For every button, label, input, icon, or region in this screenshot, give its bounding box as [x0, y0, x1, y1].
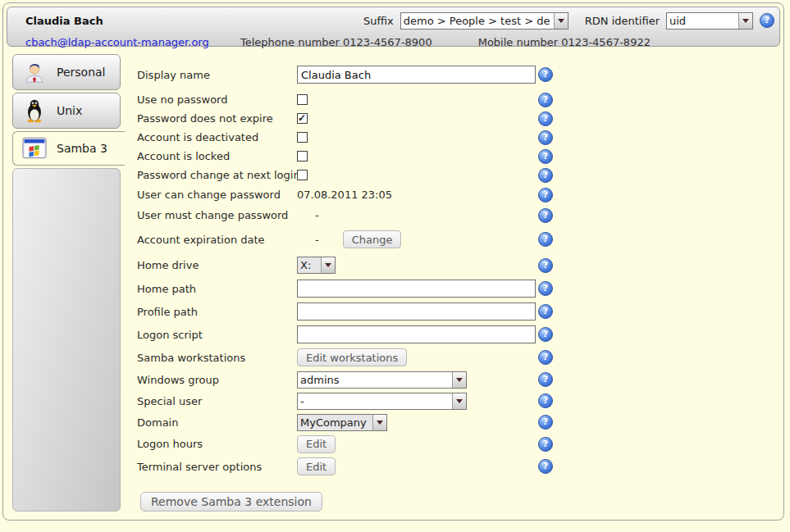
- help-icon[interactable]: ?: [538, 188, 553, 202]
- row-password-does-not-expire: Password does not expire ?: [137, 109, 572, 128]
- domain-select[interactable]: MyCompany: [297, 414, 387, 431]
- help-icon[interactable]: ?: [538, 149, 553, 164]
- row-account-expiration-date: Account expiration date - Change ?: [137, 225, 572, 253]
- select-value: MyCompany: [298, 416, 372, 429]
- sidebar-filler-panel: [12, 168, 121, 512]
- row-domain: Domain MyCompany ?: [137, 412, 572, 433]
- special-user-select[interactable]: -: [297, 393, 467, 410]
- terminal-server-edit-button[interactable]: Edit: [297, 457, 336, 475]
- rdn-identifier-label: RDN identifier: [585, 15, 660, 27]
- help-icon[interactable]: ?: [760, 13, 774, 28]
- email-link[interactable]: cbach@ldap-account-manager.org: [25, 36, 216, 48]
- password-does-not-expire-checkbox[interactable]: [297, 113, 308, 124]
- row-profile-path: Profile path ?: [137, 300, 572, 323]
- tab-label: Samba 3: [57, 142, 107, 155]
- field-label: Logon hours: [137, 438, 297, 450]
- help-icon[interactable]: ?: [538, 258, 553, 273]
- row-samba-workstations: Samba workstations Edit workstations ?: [137, 346, 572, 369]
- select-value: X:: [298, 259, 321, 271]
- person-icon: [22, 60, 47, 84]
- account-deactivated-checkbox[interactable]: [297, 132, 308, 143]
- suffix-select[interactable]: demo > People > test > de: [400, 12, 569, 30]
- password-change-next-login-checkbox[interactable]: [297, 170, 308, 180]
- samba3-form: Display name ? Use no password ? Passwor…: [137, 50, 572, 512]
- help-icon[interactable]: ?: [538, 130, 553, 145]
- field-label: Samba workstations: [137, 352, 297, 364]
- help-icon[interactable]: ?: [538, 93, 553, 107]
- display-name-input[interactable]: [297, 66, 536, 84]
- tab-label: Unix: [57, 104, 82, 117]
- field-label: Windows group: [137, 374, 297, 386]
- row-user-can-change-password: User can change password 07.08.2011 23:0…: [137, 184, 572, 205]
- edit-workstations-button[interactable]: Edit workstations: [297, 348, 407, 366]
- home-path-input[interactable]: [297, 280, 536, 298]
- header-title-row: Claudia Bach Suffix demo > People > test…: [7, 7, 779, 30]
- field-label: Account is locked: [137, 150, 297, 162]
- account-header: Claudia Bach Suffix demo > People > test…: [7, 7, 780, 47]
- help-icon[interactable]: ?: [538, 372, 553, 387]
- remove-samba-extension-button[interactable]: Remove Samba 3 extension: [140, 492, 322, 512]
- select-value: admins: [298, 374, 452, 386]
- header-contact-row: cbach@ldap-account-manager.org Telephone…: [7, 30, 779, 49]
- help-icon[interactable]: ?: [538, 437, 553, 452]
- field-label: Logon script: [137, 329, 297, 341]
- field-label: Account expiration date: [137, 234, 297, 246]
- mobile-number: Mobile number 0123-4567-8922: [478, 36, 651, 48]
- row-special-user: Special user - ?: [137, 390, 572, 412]
- expiration-date-value: -: [315, 234, 319, 246]
- rdn-identifier-select[interactable]: uid: [666, 12, 753, 30]
- tab-label: Personal: [57, 66, 106, 79]
- body-area: Personal: [7, 50, 780, 520]
- home-drive-select[interactable]: X:: [297, 257, 336, 274]
- account-edit-panel: Claudia Bach Suffix demo > People > test…: [2, 2, 784, 521]
- help-icon[interactable]: ?: [538, 111, 553, 126]
- help-icon[interactable]: ?: [538, 168, 553, 183]
- profile-path-input[interactable]: [297, 302, 536, 321]
- field-label: Home path: [137, 283, 297, 295]
- help-icon[interactable]: ?: [538, 327, 553, 342]
- row-use-no-password: Use no password ?: [137, 90, 572, 109]
- help-icon[interactable]: ?: [538, 415, 553, 430]
- field-label: Use no password: [137, 93, 297, 106]
- field-label: Password does not expire: [137, 112, 297, 125]
- rdn-select-value: uid: [667, 15, 738, 27]
- windows-group-select[interactable]: admins: [297, 371, 467, 389]
- field-label: Special user: [137, 395, 297, 407]
- chevron-down-icon: [554, 13, 568, 29]
- account-title: Claudia Bach: [25, 15, 103, 27]
- field-label: Password change at next login: [137, 169, 297, 181]
- help-icon[interactable]: ?: [538, 393, 553, 408]
- row-account-deactivated: Account is deactivated ?: [137, 128, 572, 147]
- help-icon[interactable]: ?: [538, 232, 553, 247]
- help-icon[interactable]: ?: [538, 67, 553, 82]
- use-no-password-checkbox[interactable]: [297, 94, 308, 105]
- penguin-icon: [22, 98, 47, 123]
- field-label: Home drive: [137, 259, 297, 271]
- help-icon[interactable]: ?: [538, 350, 553, 365]
- logon-script-input[interactable]: [297, 325, 536, 343]
- row-logon-hours: Logon hours Edit ?: [137, 433, 572, 455]
- row-user-must-change-password: User must change password - ?: [137, 205, 572, 225]
- logon-hours-edit-button[interactable]: Edit: [297, 435, 336, 453]
- tab-unix[interactable]: Unix: [12, 93, 121, 129]
- tab-samba3[interactable]: Samba 3: [12, 131, 125, 166]
- row-home-drive: Home drive X: ?: [137, 253, 572, 277]
- telephone-number: Telephone number 0123-4567-8900: [240, 36, 432, 48]
- suffix-label: Suffix: [363, 15, 394, 27]
- help-icon[interactable]: ?: [538, 208, 553, 223]
- help-icon[interactable]: ?: [538, 304, 553, 319]
- field-label: Terminal server options: [137, 461, 297, 473]
- suffix-select-value: demo > People > test > de: [401, 15, 554, 27]
- row-home-path: Home path ?: [137, 277, 572, 300]
- module-tab-bar: Personal: [12, 54, 127, 512]
- help-icon[interactable]: ?: [538, 459, 553, 474]
- help-icon[interactable]: ?: [538, 281, 553, 296]
- tab-personal[interactable]: Personal: [12, 54, 121, 90]
- row-display-name: Display name ?: [137, 62, 572, 87]
- windows-logo-icon: [22, 136, 47, 161]
- chevron-down-icon: [372, 415, 386, 430]
- account-locked-checkbox[interactable]: [297, 151, 308, 161]
- row-account-locked: Account is locked ?: [137, 147, 572, 166]
- field-label: User must change password: [137, 209, 297, 221]
- change-expiration-button[interactable]: Change: [343, 230, 402, 248]
